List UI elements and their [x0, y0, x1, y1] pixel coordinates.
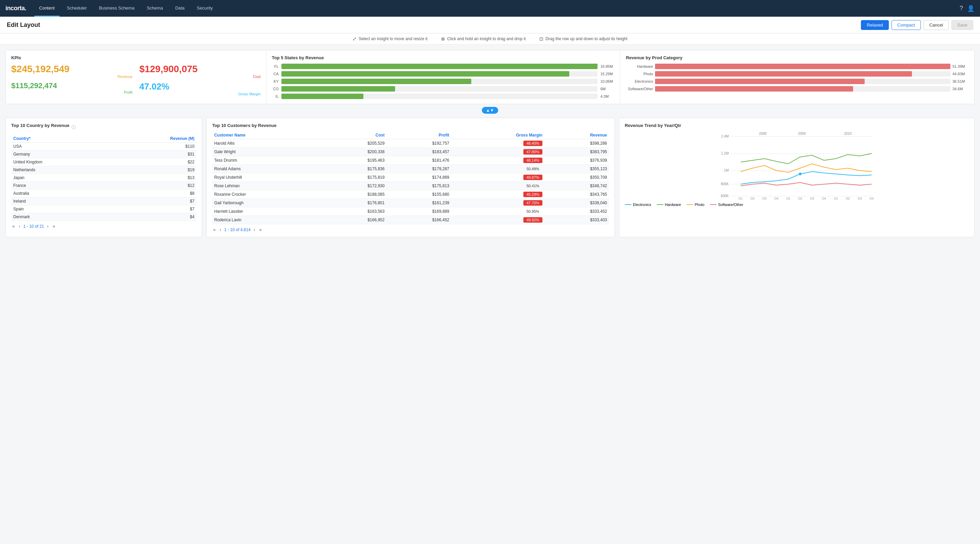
cat-photo: Photo 44.83M	[626, 71, 969, 77]
bar-fl: FL 16.85M	[272, 64, 615, 69]
drag-row1-button[interactable]: ▲▼	[482, 107, 498, 114]
nav-security[interactable]: Security	[192, 0, 218, 17]
cust-page-first-btn[interactable]: «	[212, 227, 216, 232]
nav-data[interactable]: Data	[170, 0, 189, 17]
page-last-btn[interactable]: »	[52, 224, 56, 229]
cust-gm: 49.92%	[451, 216, 544, 224]
cust-revenue: $355,123	[544, 165, 609, 173]
country-row: USA$110	[11, 143, 196, 150]
cust-page-next-btn[interactable]: ›	[253, 227, 256, 232]
customers-page-info: 1 - 10 of 4,614	[224, 227, 250, 232]
user-icon[interactable]: 👤	[967, 5, 975, 12]
cust-profit: $181,476	[387, 156, 451, 165]
customers-table: Customer Name Cost Profit Gross Margin R…	[212, 131, 609, 224]
country-name: USA	[11, 143, 111, 150]
country-info-icon[interactable]: ⓘ	[72, 124, 76, 130]
kpi-cost-value: $129,900,075	[139, 64, 260, 75]
svg-text:Q2: Q2	[750, 197, 754, 199]
trend-title: Revenue Trend by Year/Qtr	[625, 123, 969, 128]
revenue-cat-title: Revenue by Prod Category	[626, 55, 969, 60]
cust-name: Roxanne Crocker	[212, 190, 322, 199]
svg-text:800K: 800K	[721, 182, 729, 186]
cat-bar-chart: Hardware 51.39M Photo 44.83M Electronics…	[626, 64, 969, 92]
hint-move-text: Select an insight to move and resize it	[359, 37, 427, 41]
col-country: Country*	[11, 135, 111, 143]
hint-height: ⊡ Drag the row up and down to adjust its…	[539, 36, 627, 41]
country-name: Australia	[11, 190, 111, 198]
country-name: Denmark	[11, 213, 111, 221]
states-title: Top 5 States by Revenue	[272, 55, 615, 60]
trend-panel: Revenue Trend by Year/Qtr 1.4M 1.2M 1M 8…	[619, 118, 975, 237]
cust-page-last-btn[interactable]: »	[258, 227, 263, 232]
cust-cost: $205,529	[322, 139, 387, 148]
save-button[interactable]: Save	[951, 20, 973, 30]
states-panel: Top 5 States by Revenue FL 16.85M CA 15.…	[266, 50, 620, 104]
svg-text:Q2: Q2	[846, 197, 850, 199]
legend-photo-label: Photo	[695, 203, 705, 207]
kpi-margin-value: 47.02%	[139, 81, 260, 92]
cust-page-prev-btn[interactable]: ‹	[219, 227, 222, 232]
svg-text:Q3: Q3	[762, 197, 766, 199]
trend-svg: 1.4M 1.2M 1M 800K 600K 2008 2009 2010	[625, 131, 969, 199]
customer-row: Rose Lehman $172,930 $175,813 50.41% $34…	[212, 182, 609, 190]
page-next-btn[interactable]: ›	[46, 224, 49, 229]
col-gm: Gross Margin	[451, 131, 544, 139]
row1-drag-handle[interactable]: ▲▼	[5, 105, 975, 115]
compact-mode-button[interactable]: Compact	[891, 20, 921, 30]
country-row: Japan$13	[11, 174, 196, 182]
legend-electronics-dot	[625, 204, 632, 205]
cust-cost: $188,085	[322, 190, 387, 199]
customers-panel: Top 10 Customers by Revenue Customer Nam…	[206, 118, 615, 237]
nav-content[interactable]: Content	[34, 0, 60, 17]
hint-drag-text: Click and hold an insight to drag and dr…	[447, 37, 526, 41]
move-icon: ⤢	[353, 36, 356, 41]
cust-cost: $163,563	[322, 207, 387, 216]
hints-bar: ⤢ Select an insight to move and resize i…	[0, 34, 980, 45]
kpi-margin-label: Gross Margin	[139, 92, 260, 96]
country-revenue: $7	[111, 198, 196, 205]
country-revenue: $8	[111, 190, 196, 198]
page-prev-btn[interactable]: ‹	[18, 224, 21, 229]
cust-profit: $155,680	[387, 190, 451, 199]
country-name: Netherlands	[11, 166, 111, 174]
legend-electronics-label: Electronics	[633, 203, 651, 207]
cust-revenue: $333,452	[544, 207, 609, 216]
svg-text:Q3: Q3	[858, 197, 862, 199]
cust-name: Ronald Adams	[212, 165, 322, 173]
cust-revenue: $348,742	[544, 182, 609, 190]
cust-name: Harold Allis	[212, 139, 322, 148]
country-name: United Kingdom	[11, 158, 111, 166]
main-content: KPIs $245,192,549 Revenue $129,900,075 C…	[0, 45, 980, 243]
nav-schema[interactable]: Schema	[142, 0, 168, 17]
nav-business-schema[interactable]: Business Schema	[94, 0, 139, 17]
cust-gm: 47.70%	[451, 199, 544, 207]
nav-scheduler[interactable]: Scheduler	[62, 0, 92, 17]
height-icon: ⊡	[539, 36, 543, 41]
cust-profit: $192,757	[387, 139, 451, 148]
help-icon[interactable]: ?	[959, 5, 963, 12]
cust-cost: $195,463	[322, 156, 387, 165]
legend-hardware-dot	[657, 204, 663, 205]
page-first-btn[interactable]: «	[11, 224, 16, 229]
cust-profit: $175,813	[387, 182, 451, 190]
hint-move: ⤢ Select an insight to move and resize i…	[353, 36, 427, 41]
svg-text:1.2M: 1.2M	[721, 152, 729, 155]
country-revenue: $31	[111, 150, 196, 158]
relaxed-mode-button[interactable]: Relaxed	[861, 20, 889, 30]
cancel-button[interactable]: Cancel	[924, 20, 949, 30]
svg-text:Q4: Q4	[869, 197, 873, 199]
cust-gm: 50.41%	[451, 182, 544, 190]
cust-cost: $172,930	[322, 182, 387, 190]
country-revenue: $22	[111, 158, 196, 166]
svg-text:600K: 600K	[721, 194, 729, 198]
col-profit: Profit	[387, 131, 451, 139]
country-revenue: $110	[111, 143, 196, 150]
customer-row: Roxanne Crocker $188,085 $155,680 45.29%…	[212, 190, 609, 199]
country-revenue: $4	[111, 213, 196, 221]
cust-name: Tess Drumm	[212, 156, 322, 165]
country-row: Germany$31	[11, 150, 196, 158]
legend-electronics: Electronics	[625, 203, 651, 207]
customer-row: Ronald Adams $175,836 $179,287 50.49% $3…	[212, 165, 609, 173]
hint-height-text: Drag the row up and down to adjust its h…	[546, 37, 627, 41]
cust-gm: 49.87%	[451, 173, 544, 182]
